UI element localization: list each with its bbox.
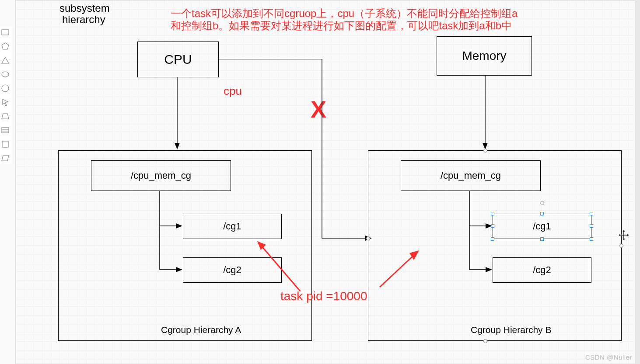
x-mark: X	[311, 96, 326, 123]
svg-point-3	[2, 72, 9, 77]
svg-marker-1	[2, 43, 9, 49]
arrow-memory-to-b	[481, 76, 490, 152]
svg-rect-0	[2, 30, 9, 35]
vertical-scrollbar[interactable]	[635, 0, 640, 364]
cpu-box[interactable]: CPU	[137, 42, 219, 77]
hierb-cg2[interactable]: /cg2	[493, 257, 591, 283]
task-pid-annotation: task pid =10000	[280, 289, 367, 303]
hiera-cg2[interactable]: /cg2	[183, 257, 282, 283]
triangle-tool-icon[interactable]	[1, 56, 10, 65]
hierarchy-b-label: Cgroup Hierarchy B	[471, 325, 551, 335]
hierarchy-a-box[interactable]: Cgroup Hierarchy A /cpu_mem_cg /cg1 /cg2	[58, 150, 312, 341]
selection-handle-e[interactable]	[590, 224, 593, 228]
svg-point-4	[2, 85, 9, 92]
connection-point-right[interactable]	[619, 244, 623, 248]
selection-handle-w[interactable]	[491, 224, 494, 228]
shape-toolbar	[0, 26, 12, 164]
svg-rect-6	[2, 128, 9, 133]
hierb-cpu-mem-cg-label: /cpu_mem_cg	[441, 170, 501, 181]
rotate-handle[interactable]	[540, 201, 544, 205]
connection-point-bottom[interactable]	[483, 339, 487, 343]
rectangle-tool-icon[interactable]	[1, 28, 10, 37]
pointer-tool-icon[interactable]	[1, 98, 10, 107]
selection-handle-n[interactable]	[540, 212, 544, 215]
trapezoid-tool-icon[interactable]	[1, 112, 10, 121]
memory-box-label: Memory	[462, 49, 506, 63]
hierarchy-b-box[interactable]: Cgroup Hierarchy B /cpu_mem_cg /cg1 /cg2	[368, 150, 622, 341]
circle-tool-icon[interactable]	[1, 84, 10, 93]
parallelogram-tool-icon[interactable]	[1, 154, 10, 163]
hierb-cg1[interactable]: /cg1	[493, 214, 591, 239]
svg-marker-17	[176, 267, 182, 272]
subsystem-label: subsystem	[59, 2, 110, 14]
memory-box[interactable]: Memory	[437, 36, 532, 76]
svg-marker-10	[2, 156, 9, 161]
svg-marker-16	[176, 223, 182, 229]
hiera-cg1-label: /cg1	[223, 221, 241, 232]
selection-handle-sw[interactable]	[491, 237, 494, 241]
selection-handle-s[interactable]	[540, 237, 544, 241]
move-cursor-icon	[618, 229, 630, 243]
hiera-cpu-mem-cg[interactable]: /cpu_mem_cg	[91, 160, 231, 191]
arrow-cpu-to-a	[173, 77, 182, 152]
selection-handle-se[interactable]	[590, 237, 593, 241]
svg-marker-12	[175, 143, 180, 149]
hierb-cg2-label: /cg2	[533, 264, 551, 276]
list-tool-icon[interactable]	[1, 126, 10, 135]
selection-handle-ne[interactable]	[590, 212, 593, 215]
connection-point-top[interactable]	[483, 149, 487, 153]
hiera-cg1[interactable]: /cg1	[183, 214, 282, 239]
svg-marker-2	[2, 57, 9, 63]
cpu-box-label: CPU	[164, 52, 192, 67]
square-tool-icon[interactable]	[1, 140, 10, 149]
annotation-line2: 和控制组b。如果需要对某进程进行如下图的配置，可以吧task加到a和b中	[171, 19, 512, 33]
connection-point-left[interactable]	[366, 236, 370, 240]
svg-rect-9	[2, 141, 8, 147]
hierarchy-label: hierarchy	[62, 14, 105, 26]
hierb-cpu-mem-cg[interactable]: /cpu_mem_cg	[401, 160, 541, 191]
hiera-cpu-mem-cg-label: /cpu_mem_cg	[131, 170, 191, 181]
watermark: CSDN @Nuller	[585, 354, 632, 361]
polygon-tool-icon[interactable]	[1, 42, 10, 51]
ellipse-tool-icon[interactable]	[1, 70, 10, 79]
cpu-annotation: cpu	[224, 84, 242, 98]
diagram-canvas[interactable]: subsystem hierarchy 一个task可以添加到不同cgruop上…	[15, 0, 638, 364]
selection-handle-nw[interactable]	[491, 212, 494, 215]
hierarchy-a-label: Cgroup Hierarchy A	[161, 325, 241, 335]
hierb-cg1-label: /cg1	[533, 221, 551, 232]
hiera-cg2-label: /cg2	[223, 264, 241, 276]
svg-marker-19	[486, 267, 492, 272]
svg-marker-5	[2, 114, 9, 119]
